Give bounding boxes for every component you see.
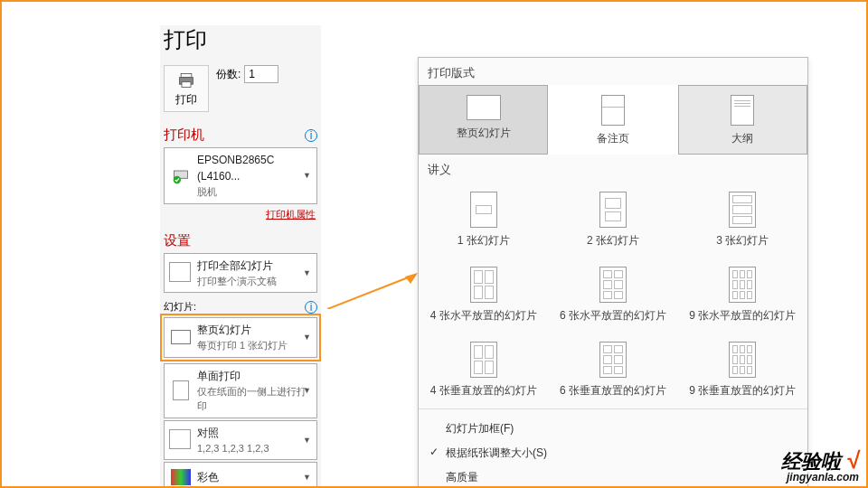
chevron-down-icon: ▼ <box>303 171 311 180</box>
menu-scale[interactable]: 根据纸张调整大小(S) <box>446 441 798 465</box>
handout-4v[interactable]: 4 张垂直放置的幻灯片 <box>419 332 548 407</box>
print-range-select[interactable]: 打印全部幻灯片 打印整个演示文稿 ▼ <box>164 253 317 294</box>
handout-1[interactable]: 1 张幻灯片 <box>419 182 548 257</box>
collate-icon <box>171 431 191 449</box>
collate-select[interactable]: 对照 1,2,3 1,2,3 1,2,3 ▼ <box>164 420 317 461</box>
chevron-down-icon: ▼ <box>303 473 311 482</box>
page-icon <box>173 380 189 400</box>
svg-rect-0 <box>181 74 192 78</box>
outline-thumb <box>731 95 754 126</box>
settings-heading: 设置 <box>160 227 321 251</box>
handout-6v[interactable]: 6 张垂直放置的幻灯片 <box>548 332 677 407</box>
svg-rect-2 <box>182 82 191 88</box>
svg-line-5 <box>327 277 410 309</box>
annotation-arrow <box>327 273 418 309</box>
notes-thumb <box>601 95 625 126</box>
layout-popup: 打印版式 整页幻灯片 备注页 大纲 讲义 1 张幻灯片 2 张幻灯片 3 张幻灯… <box>418 57 808 488</box>
chevron-down-icon: ▼ <box>303 333 311 342</box>
highlighted-option: 整页幻灯片 每页打印 1 张幻灯片 ▼ <box>160 314 321 361</box>
printer-heading: 打印机 i <box>160 121 321 145</box>
copies-label: 份数: <box>216 67 241 82</box>
menu-frame[interactable]: 幻灯片加框(F) <box>446 417 798 441</box>
slides-label-row: 幻灯片: i <box>160 295 321 314</box>
copies-field: 份数: <box>216 65 278 83</box>
slide-icon <box>171 330 191 344</box>
handout-6h[interactable]: 6 张水平放置的幻灯片 <box>548 257 677 332</box>
svg-marker-6 <box>405 273 418 284</box>
watermark: 经验啦 √ jingyanla.com <box>781 448 859 483</box>
chevron-down-icon: ▼ <box>303 268 311 277</box>
tab-notes[interactable]: 备注页 <box>548 85 677 155</box>
layout-tabs: 整页幻灯片 备注页 大纲 <box>419 85 807 155</box>
handout-4h[interactable]: 4 张水平放置的幻灯片 <box>419 257 548 332</box>
sides-select[interactable]: 单面打印 仅在纸面的一侧上进行打印 ▼ <box>164 363 317 418</box>
full-slide-thumb <box>467 95 501 120</box>
layout-options-menu: 幻灯片加框(F) 根据纸张调整大小(S) 高质量 打印批注 打印墨迹 <box>419 411 807 488</box>
print-panel: 打印 打印 份数: 打印机 i EPSONB2865C (L4160... 脱机… <box>160 25 321 488</box>
print-button-area: 打印 份数: <box>160 61 321 121</box>
layout-select[interactable]: 整页幻灯片 每页打印 1 张幻灯片 ▼ <box>164 317 317 358</box>
tab-outline[interactable]: 大纲 <box>678 85 807 155</box>
chevron-down-icon: ▼ <box>303 386 311 395</box>
chevron-down-icon: ▼ <box>303 436 311 445</box>
handout-9h[interactable]: 9 张水平放置的幻灯片 <box>678 257 807 332</box>
handout-heading: 讲义 <box>419 155 807 182</box>
print-button[interactable]: 打印 <box>164 65 209 112</box>
copies-input[interactable] <box>244 65 278 83</box>
pages-icon <box>171 264 191 282</box>
svg-point-4 <box>174 176 181 183</box>
layout-heading: 打印版式 <box>419 58 807 85</box>
handout-3[interactable]: 3 张幻灯片 <box>678 182 807 257</box>
printer-status-icon <box>170 164 192 186</box>
handout-9v[interactable]: 9 张垂直放置的幻灯片 <box>678 332 807 407</box>
printer-select[interactable]: EPSONB2865C (L4160... 脱机 ▼ <box>164 147 317 204</box>
handout-2[interactable]: 2 张幻灯片 <box>548 182 677 257</box>
tab-full-slide[interactable]: 整页幻灯片 <box>419 85 548 155</box>
info-icon[interactable]: i <box>305 301 317 314</box>
printer-icon <box>175 71 197 89</box>
color-icon <box>171 469 191 485</box>
color-select[interactable]: 彩色 ▼ <box>164 462 317 488</box>
info-icon[interactable]: i <box>305 129 317 142</box>
page-title: 打印 <box>160 25 321 61</box>
printer-properties-link[interactable]: 打印机属性 <box>160 206 321 227</box>
menu-hq[interactable]: 高质量 <box>446 465 798 488</box>
